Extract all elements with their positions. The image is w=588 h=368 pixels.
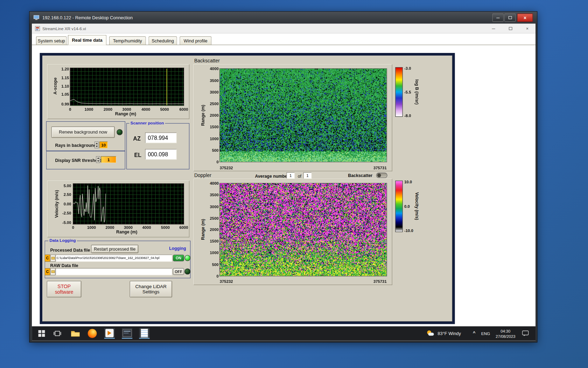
app-icon: [35, 26, 40, 31]
of-label: of: [298, 174, 301, 178]
backscatter-x-end: 375731: [357, 166, 387, 170]
tab-system-setup[interactable]: System setup: [36, 36, 67, 45]
raw-data-file-label: RAW Data file: [50, 263, 78, 268]
tab-scheduling[interactable]: Scheduling: [148, 36, 177, 45]
rays-spinner[interactable]: [94, 142, 99, 148]
tick-label: -2.50: [53, 211, 71, 215]
tick-label: 5000: [156, 107, 173, 111]
firefox-logo: [88, 329, 97, 338]
processed-data-file-label: Processed Data file: [50, 248, 90, 252]
az-value-field[interactable]: 078.994: [145, 132, 177, 143]
backscatter-toggle-label: Backscatter: [348, 173, 372, 178]
restart-processed-file-button[interactable]: Restart processed file: [91, 245, 138, 253]
drive-button[interactable]: C: [45, 268, 50, 275]
el-label: EL: [134, 152, 142, 158]
tab-wind-profile[interactable]: Wind profile: [180, 36, 211, 45]
tick-label: 1500: [204, 125, 219, 129]
browse-button[interactable]: [50, 254, 56, 261]
of-count-field[interactable]: 1: [303, 172, 312, 179]
tick-label: 4000: [138, 225, 155, 230]
tick-label: 500: [204, 262, 219, 267]
drive-button[interactable]: C: [45, 254, 50, 261]
backscatter-toggle[interactable]: [376, 173, 387, 178]
snr-spinner[interactable]: [96, 156, 100, 163]
windows-logo-icon: [38, 330, 45, 337]
snr-threshold-label: Display SNR threshold: [55, 158, 102, 163]
tick-label: 2000: [204, 113, 219, 118]
tab-real-time-data[interactable]: Real time data: [68, 35, 106, 45]
clock[interactable]: 04:30 27/08/2023: [493, 329, 518, 339]
spinner-up-icon[interactable]: [96, 143, 98, 144]
tick-label: 1.15: [50, 75, 69, 80]
spinner-up-icon[interactable]: [97, 157, 99, 159]
average-value-field[interactable]: 1: [287, 172, 295, 179]
backscatter-colorbar: [395, 67, 402, 117]
app-titlebar[interactable]: StreamLine XR v14-6.vi: [32, 24, 536, 34]
labview-logo: [105, 329, 114, 338]
weather-text[interactable]: 83°F Windy: [438, 331, 461, 336]
browse-button[interactable]: [50, 268, 56, 275]
tick-label: 1.05: [50, 92, 69, 97]
notepad-icon[interactable]: [139, 328, 150, 339]
logging-off-toggle[interactable]: OFF: [173, 268, 184, 275]
change-lidar-settings-button[interactable]: Change LiDARSettings: [130, 281, 172, 297]
logging-on-led: [184, 255, 190, 261]
logging-label: Logging: [169, 246, 186, 251]
maximize-icon: [509, 27, 512, 30]
rays-value-field[interactable]: 10: [99, 142, 108, 148]
spinner-down-icon[interactable]: [97, 161, 99, 162]
el-value-field[interactable]: 000.098: [145, 149, 177, 159]
tick-label: 1500: [204, 239, 219, 243]
tick-label: 500: [204, 148, 219, 152]
main-panel: A-scope 1.20 1.15 1.10 1.05 0.99 0 1000 …: [40, 53, 455, 324]
start-button[interactable]: [36, 328, 47, 339]
renew-background-button[interactable]: Renew background now: [51, 127, 115, 138]
logging-off-led: [184, 268, 190, 274]
tick-label: 2000: [100, 107, 116, 111]
tab-strip-divider: [32, 45, 536, 45]
tick-label: 4000: [138, 107, 154, 111]
app-maximize-button[interactable]: [505, 25, 516, 32]
spinner-down-icon[interactable]: [96, 146, 98, 147]
rdp-minimize-button[interactable]: ─: [492, 14, 504, 22]
tick-label: 1000: [204, 251, 219, 255]
processed-file-path-field[interactable]: C:\Lidar\Data\Proc\2023\202308\20230827\…: [56, 254, 172, 261]
clock-date: 27/08/2023: [493, 334, 518, 339]
tray-expand-caret[interactable]: ^: [473, 330, 476, 335]
doppler-heatmap: [220, 183, 387, 276]
sun-cloud-icon: [427, 330, 434, 336]
notification-icon[interactable]: [520, 328, 531, 339]
raw-file-path-field[interactable]: [56, 268, 172, 275]
task-view-button[interactable]: [52, 328, 63, 339]
weather-icon[interactable]: [426, 328, 435, 339]
colorbar-tick: -10.0: [404, 228, 419, 233]
tick-label: 3000: [204, 90, 219, 94]
average-number-label: Average number: [255, 174, 289, 178]
firefox-icon[interactable]: [87, 328, 98, 339]
rdp-close-button[interactable]: ×: [517, 14, 533, 22]
logging-on-toggle[interactable]: ON: [173, 254, 184, 261]
scan-scheduler-icon[interactable]: [122, 328, 132, 339]
rdp-maximize-button[interactable]: [504, 14, 516, 22]
file-explorer-icon[interactable]: [70, 328, 80, 339]
tick-label: 3500: [204, 78, 219, 83]
snr-value-field[interactable]: 1: [101, 156, 116, 163]
labview-icon[interactable]: [104, 328, 115, 339]
tick-label: 1.10: [50, 84, 69, 88]
tick-label: 3500: [204, 193, 219, 197]
app-minimize-button[interactable]: ─: [488, 25, 499, 32]
tick-label: 6000: [175, 107, 192, 111]
maximize-icon: [508, 16, 512, 19]
tick-label: 1000: [83, 225, 100, 230]
tick-label: -5.00: [53, 220, 71, 225]
tick-label: 3000: [204, 204, 219, 209]
folder-icon: [51, 257, 55, 260]
renew-background-led: [117, 129, 122, 135]
tab-temp-humidity[interactable]: Temp/humidity: [109, 36, 146, 45]
language-indicator[interactable]: ENG: [481, 331, 490, 336]
tick-label: 2.50: [53, 192, 71, 197]
app-close-button[interactable]: ×: [522, 25, 533, 32]
stop-software-button[interactable]: STOPsoftware: [47, 281, 82, 297]
rdp-titlebar[interactable]: 192.168.0.122 - Remote Desktop Connectio…: [30, 12, 537, 23]
a-scope-canvas: [70, 68, 184, 105]
